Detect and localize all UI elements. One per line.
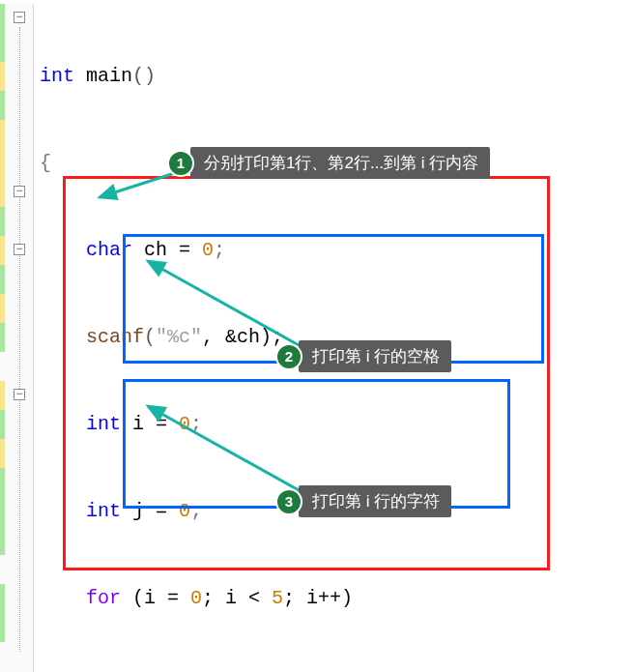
gutter: − − − − <box>0 4 34 672</box>
code-line: int i = 0; <box>40 410 633 439</box>
highlight-box-inner-2 <box>123 379 510 509</box>
code-editor: − − − − int main() { char ch = 0; <box>0 0 633 672</box>
code-area: int main() { char ch = 0; scanf("%c", &c… <box>34 4 633 672</box>
fold-toggle[interactable]: − <box>14 389 25 400</box>
code-line: { <box>40 149 633 178</box>
code-line: for (i = 0; i < 5; i++) <box>40 584 633 613</box>
fold-toggle[interactable]: − <box>14 244 25 255</box>
code-line: int main() <box>40 62 633 91</box>
code-line: char ch = 0; <box>40 236 633 265</box>
fold-toggle[interactable]: − <box>14 12 25 23</box>
fold-toggle[interactable]: − <box>14 186 25 197</box>
code-line: int j = 0; <box>40 497 633 526</box>
code-line: scanf("%c", &ch); <box>40 323 633 352</box>
